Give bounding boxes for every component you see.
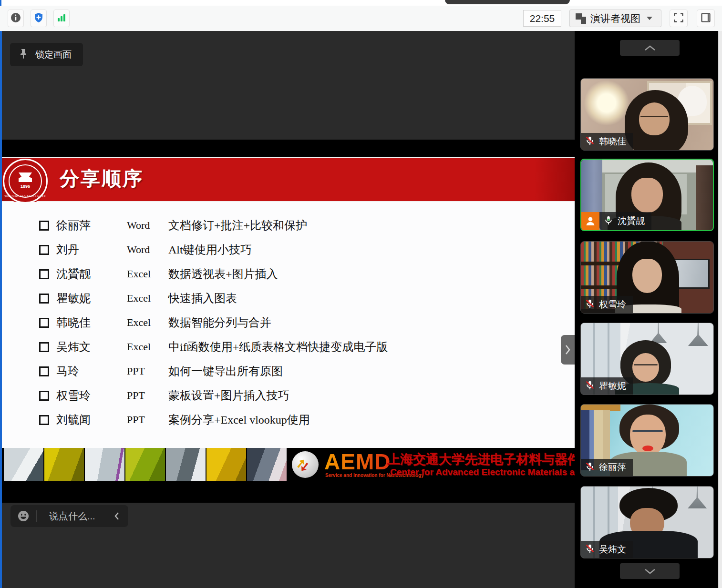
participant-tile-active-speaker[interactable]: 沈贇靓 [580, 159, 714, 231]
slide-row: 瞿敏妮Excel快速插入图表 [39, 287, 237, 309]
slide-footer-strip: ➚➚ AEMD Service and Innovation for Nanot… [2, 448, 575, 481]
network-signal-icon [56, 12, 67, 25]
checkbox-bullet-icon [39, 221, 49, 231]
chevron-down-icon [644, 568, 656, 575]
participant-nameplate: 沈贇靓 [581, 212, 651, 230]
slide-title: 分享顺序 [60, 166, 144, 192]
slide-row: 刘毓闻PPT案例分享+Excel vlookup使用 [39, 409, 310, 431]
cleanroom-photo [85, 448, 124, 481]
participant-tile[interactable]: 瞿敏妮 [580, 323, 714, 395]
slide-row: 马玲PPT如何一键导出所有原图 [39, 360, 283, 382]
slide-body: 徐丽萍Word文档修订+批注+比较和保护 刘丹WordAlt键使用小技巧 沈贇靓… [2, 202, 575, 448]
aemd-logo-icon: ➚➚ [292, 451, 319, 478]
slide-row: 沈贇靓Excel数据透视表+图片插入 [39, 263, 278, 285]
cleanroom-photo [125, 448, 165, 481]
security-button[interactable] [31, 10, 47, 27]
mic-muted-icon [585, 298, 595, 311]
layout-grid-icon [576, 13, 586, 24]
expand-panel-handle[interactable] [561, 335, 575, 365]
panel-scrollbar[interactable] [718, 31, 722, 588]
participant-nameplate: 徐丽萍 [581, 459, 633, 476]
platform-name-en: Center for Advanced Electronic Materials… [390, 467, 567, 477]
hidden-control-bar-edge [445, 0, 570, 4]
chat-quick-bar: 说点什么... [10, 505, 128, 527]
participant-nameplate: 吴炜文 [581, 541, 633, 558]
participant-tile[interactable]: 韩晓佳 [580, 78, 714, 151]
emoji-button[interactable] [10, 510, 36, 522]
shared-screen-stage: 锁定画面 1896 SHANGHAI JIAO TONG UNIVERSITY … [0, 31, 575, 588]
side-panel-toggle-button[interactable] [697, 10, 715, 27]
checkbox-bullet-icon [39, 391, 49, 401]
side-panel-icon [701, 13, 711, 24]
participant-nameplate: 瞿敏妮 [581, 377, 633, 395]
checkbox-bullet-icon [39, 342, 49, 352]
meeting-info-button[interactable] [8, 10, 24, 27]
checkbox-bullet-icon [39, 366, 49, 376]
participant-nameplate: 权雪玲 [581, 296, 633, 313]
info-icon [10, 12, 21, 25]
pin-icon [19, 49, 28, 61]
scroll-down-button[interactable] [620, 563, 680, 579]
participant-tile[interactable]: 吴炜文 [580, 486, 714, 558]
chevron-right-icon [565, 345, 571, 355]
mic-muted-icon [585, 380, 595, 392]
clock-display: 22:55 [523, 10, 561, 27]
slide-row: 徐丽萍Word文档修订+批注+比较和保护 [39, 214, 307, 236]
security-shield-icon [33, 12, 44, 25]
slide-row: 吴炜文Excel中if函数使用+纸质表格文档快捷变成电子版 [39, 336, 388, 358]
cleanroom-photo [206, 448, 246, 481]
platform-name-cn: 上海交通大学先进电子材料与器件平台 [387, 451, 568, 468]
sjtu-logo: 1896 SHANGHAI JIAO TONG UNIVERSITY [3, 159, 48, 203]
aemd-wordmark: AEMD [324, 449, 391, 475]
mic-active-icon [603, 215, 614, 227]
slide-row: 刘丹WordAlt键使用小技巧 [39, 239, 252, 261]
chevron-up-icon [644, 45, 656, 51]
checkbox-bullet-icon [39, 294, 49, 304]
cleanroom-photo [166, 448, 206, 481]
lock-view-button[interactable]: 锁定画面 [10, 43, 83, 66]
left-accent-strip [0, 0, 1, 6]
view-mode-button[interactable]: 演讲者视图 [569, 10, 661, 27]
mic-muted-icon [585, 135, 595, 148]
participant-tile[interactable]: 徐丽萍 [580, 404, 714, 476]
slide-row: 权雪玲PPT蒙板设置+图片插入技巧 [39, 385, 289, 406]
scroll-up-button[interactable] [620, 40, 680, 56]
participants-panel: 韩晓佳 沈贇靓 [575, 31, 722, 588]
cleanroom-photo [247, 448, 287, 481]
mic-muted-icon [585, 543, 595, 556]
mic-muted-icon [585, 461, 595, 474]
checkbox-bullet-icon [39, 318, 49, 328]
chat-input[interactable]: 说点什么... [37, 510, 108, 523]
shared-slide: 1896 SHANGHAI JIAO TONG UNIVERSITY 分享顺序 … [2, 140, 575, 503]
meeting-window: 22:55 演讲者视图 锁定画面 [0, 0, 722, 588]
cleanroom-photo [44, 448, 84, 481]
fullscreen-icon [674, 13, 683, 24]
checkbox-bullet-icon [39, 269, 49, 279]
collapse-chat-button[interactable] [108, 512, 125, 520]
top-toolbar: 22:55 演讲者视图 [0, 0, 722, 31]
checkbox-bullet-icon [39, 415, 49, 425]
participant-tile[interactable]: 权雪玲 [580, 241, 714, 314]
fullscreen-button[interactable] [670, 10, 688, 27]
checkbox-bullet-icon [39, 245, 49, 255]
network-status-button[interactable] [53, 10, 70, 27]
titlebar-strip [0, 0, 722, 6]
slide-row: 韩晓佳Excel数据智能分列与合并 [39, 312, 271, 334]
cleanroom-photo [4, 448, 43, 481]
host-badge-icon [581, 212, 599, 230]
caret-down-icon [647, 17, 652, 20]
participant-nameplate: 韩晓佳 [581, 133, 633, 150]
